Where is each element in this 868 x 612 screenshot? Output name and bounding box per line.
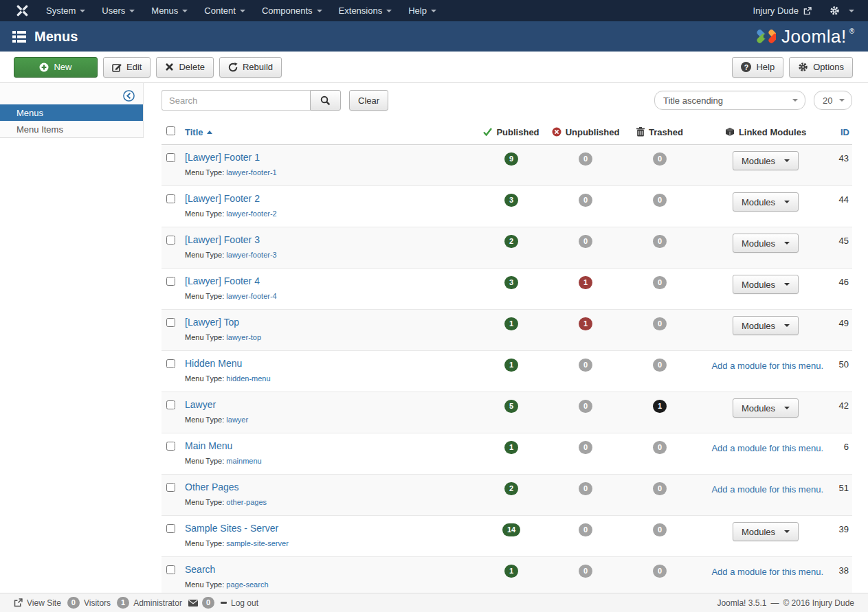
sort-select[interactable]: Title ascending — [654, 91, 805, 110]
list-limit-select[interactable]: 20 — [814, 91, 852, 110]
menu-type-link[interactable]: other-pages — [226, 498, 267, 506]
menu-type-link[interactable]: lawyer — [226, 416, 248, 424]
sidebar-item-menu-items[interactable]: Menu Items — [0, 121, 143, 137]
menu-type-link[interactable]: lawyer-footer-3 — [226, 251, 276, 259]
modules-dropdown-button[interactable]: Modules — [733, 398, 799, 418]
site-preview-menu[interactable]: Injury Dude — [753, 5, 812, 16]
menu-title-link[interactable]: Lawyer — [185, 399, 216, 410]
options-button[interactable]: Options — [789, 57, 853, 78]
published-count-badge: 9 — [504, 152, 518, 166]
help-button[interactable]: ? Help — [732, 57, 783, 78]
row-checkbox[interactable] — [166, 359, 175, 368]
nav-item-help[interactable]: Help — [400, 0, 445, 21]
menu-title-link[interactable]: [Lawyer] Footer 3 — [185, 234, 260, 245]
site-name-label: Injury Dude — [753, 5, 799, 16]
menu-title-link[interactable]: Other Pages — [185, 481, 239, 492]
collapse-sidebar-icon[interactable] — [123, 90, 135, 102]
row-checkbox[interactable] — [166, 153, 175, 162]
menu-title-link[interactable]: Sample Sites - Server — [185, 523, 278, 534]
published-count-badge: 3 — [504, 276, 518, 289]
nav-item-users[interactable]: Users — [93, 0, 143, 21]
settings-menu[interactable] — [830, 5, 857, 16]
menu-title-link[interactable]: Search — [185, 564, 215, 575]
administrators-status[interactable]: 1 Administrator — [117, 597, 182, 609]
logout-dash-icon — [221, 602, 227, 604]
select-all-checkbox[interactable] — [166, 126, 175, 135]
table-row: Search Menu Type: page-search 1 0 0 Add … — [162, 557, 852, 598]
menu-type-label: Menu Type: — [185, 498, 226, 506]
messages-status[interactable]: 0 — [188, 597, 214, 609]
menu-type-link[interactable]: sample-site-server — [226, 539, 288, 547]
search-button[interactable] — [310, 90, 341, 111]
sort-by-title-link[interactable]: Title — [185, 127, 203, 137]
menu-title-link[interactable]: [Lawyer] Top — [185, 317, 239, 328]
modules-dropdown-button[interactable]: Modules — [733, 275, 799, 294]
add-module-link[interactable]: Add a module for this menu. — [697, 357, 834, 371]
modules-dropdown-button[interactable]: Modules — [733, 316, 799, 335]
row-checkbox[interactable] — [166, 483, 175, 492]
menu-type-label: Menu Type: — [185, 292, 226, 300]
menu-type-link[interactable]: mainmenu — [226, 457, 261, 465]
menu-type-link[interactable]: lawyer-top — [226, 333, 261, 341]
menu-type-link[interactable]: lawyer-footer-1 — [226, 168, 276, 177]
row-checkbox[interactable] — [166, 565, 175, 574]
rebuild-button[interactable]: Rebuild — [219, 57, 282, 78]
row-checkbox[interactable] — [166, 194, 175, 203]
refresh-icon — [228, 63, 238, 72]
add-module-link[interactable]: Add a module for this menu. — [697, 481, 834, 495]
row-checkbox[interactable] — [166, 277, 175, 286]
sidebar-item-menus[interactable]: Menus — [0, 104, 143, 121]
trashed-count-badge: 0 — [653, 523, 667, 536]
view-site-link[interactable]: View Site — [14, 598, 61, 608]
published-count-badge: 14 — [502, 523, 520, 536]
row-checkbox[interactable] — [166, 318, 175, 327]
question-icon: ? — [741, 62, 751, 72]
row-id: 50 — [834, 357, 852, 383]
menu-type-link[interactable]: page-search — [226, 580, 268, 589]
edit-button[interactable]: Edit — [103, 57, 151, 78]
menu-type-link[interactable]: lawyer-footer-2 — [226, 209, 276, 218]
top-navbar: System Users Menus Content Components Ex… — [0, 0, 868, 21]
nav-item-content[interactable]: Content — [196, 0, 254, 21]
modules-dropdown-button[interactable]: Modules — [733, 151, 799, 170]
nav-item-system[interactable]: System — [38, 0, 93, 21]
menu-type-link[interactable]: hidden-menu — [226, 374, 270, 383]
trashed-count-badge: 0 — [653, 235, 667, 248]
menu-type-label: Menu Type: — [185, 416, 226, 424]
cube-icon — [725, 127, 735, 137]
row-id: 51 — [834, 481, 852, 506]
row-checkbox[interactable] — [166, 442, 175, 451]
main-content: Clear Title ascending 20 Title Published — [144, 83, 868, 598]
published-count-badge: 1 — [504, 441, 518, 454]
new-button[interactable]: New — [14, 57, 98, 78]
admin-count-badge: 1 — [117, 597, 129, 609]
add-module-link[interactable]: Add a module for this menu. — [697, 440, 834, 453]
menu-title-link[interactable]: Hidden Menu — [185, 358, 242, 369]
logout-link[interactable]: Log out — [221, 598, 258, 608]
nav-item-components[interactable]: Components — [254, 0, 331, 21]
list-limit-value: 20 — [823, 95, 832, 106]
modules-dropdown-button[interactable]: Modules — [733, 522, 799, 541]
nav-item-extensions[interactable]: Extensions — [331, 0, 401, 21]
visitors-status[interactable]: 0 Visitors — [67, 597, 111, 609]
published-count-badge: 1 — [504, 565, 518, 578]
menu-title-link[interactable]: [Lawyer] Footer 4 — [185, 275, 260, 286]
row-checkbox[interactable] — [166, 524, 175, 533]
app-header: Menus Joomla!® — [0, 21, 868, 52]
menu-title-link[interactable]: [Lawyer] Footer 2 — [185, 193, 260, 204]
menu-title-link[interactable]: Main Menu — [185, 440, 232, 451]
published-count-badge: 2 — [504, 235, 518, 248]
row-checkbox[interactable] — [166, 400, 175, 409]
sort-by-id-link[interactable]: ID — [841, 127, 849, 137]
clear-button[interactable]: Clear — [349, 90, 388, 111]
row-checkbox[interactable] — [166, 236, 175, 245]
add-module-link[interactable]: Add a module for this menu. — [697, 563, 834, 577]
modules-dropdown-button[interactable]: Modules — [733, 234, 799, 253]
modules-dropdown-button[interactable]: Modules — [733, 192, 799, 212]
delete-button[interactable]: Delete — [156, 57, 214, 78]
menu-type-label: Menu Type: — [185, 168, 226, 177]
search-input[interactable] — [162, 90, 310, 111]
nav-item-menus[interactable]: Menus — [143, 0, 196, 21]
menu-title-link[interactable]: [Lawyer] Footer 1 — [185, 152, 260, 163]
menu-type-link[interactable]: lawyer-footer-4 — [226, 292, 276, 300]
